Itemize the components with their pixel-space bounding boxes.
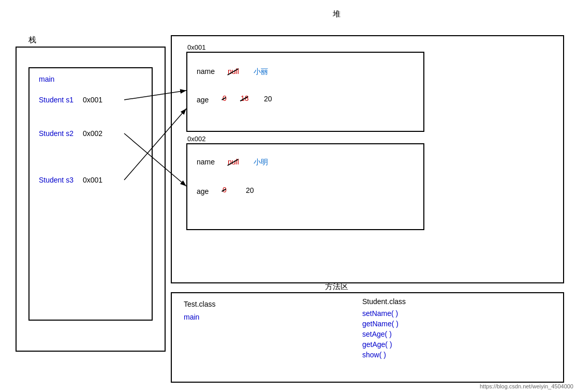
method-test-class: Test.class	[184, 300, 215, 308]
obj2-age-label: age	[197, 187, 209, 195]
obj1-age-orig-text: 0	[223, 94, 227, 102]
method-main: main	[184, 313, 199, 321]
stack-main: main	[39, 75, 54, 83]
obj1-name-value: 小丽	[254, 67, 268, 77]
method-setname: setName( )	[362, 309, 398, 318]
obj2-box	[186, 143, 424, 230]
obj2-name-label: name	[197, 158, 215, 166]
stack-s2-addr: 0x002	[83, 129, 102, 138]
stack-section-label: 栈	[28, 35, 70, 45]
obj1-age-mid-text: 18	[241, 94, 249, 102]
stack-s1-label: Student s1	[39, 96, 73, 104]
stack-s1-addr: 0x001	[83, 96, 102, 104]
obj2-age-orig-text: 0	[223, 186, 227, 194]
obj1-age-mid: 18	[241, 94, 249, 102]
obj1-name-null: null	[228, 67, 239, 76]
method-getname: getName( )	[362, 320, 398, 328]
obj1-name-label: name	[197, 67, 215, 76]
method-student-class: Student.class	[362, 297, 406, 306]
obj1-name-null-text: null	[228, 67, 239, 76]
obj2-name-null: null	[228, 158, 239, 166]
stack-s3-addr: 0x001	[83, 176, 102, 184]
obj2-address: 0x002	[187, 135, 205, 143]
stack-s3-label: Student s3	[39, 176, 73, 184]
obj1-address: 0x001	[187, 43, 205, 51]
heap-section-label: 堆	[285, 9, 388, 19]
obj2-name-null-text: null	[228, 158, 239, 166]
obj2-age-value: 20	[246, 186, 254, 194]
stack-inner-frame	[28, 67, 153, 321]
method-area-label: 方法区	[285, 282, 388, 292]
watermark: https://blog.csdn.net/weiyin_4504000	[480, 383, 573, 389]
obj1-age-orig: 0	[223, 94, 227, 102]
stack-s2-label: Student s2	[39, 129, 73, 138]
obj2-name-value: 小明	[254, 158, 268, 167]
obj1-age-label: age	[197, 96, 209, 104]
method-show: show( )	[362, 351, 386, 359]
obj2-age-orig: 0	[223, 186, 227, 194]
obj1-age-value: 20	[264, 95, 272, 103]
method-getage: getAge( )	[362, 340, 392, 349]
method-setage: setAge( )	[362, 330, 392, 338]
obj1-box	[186, 52, 424, 132]
